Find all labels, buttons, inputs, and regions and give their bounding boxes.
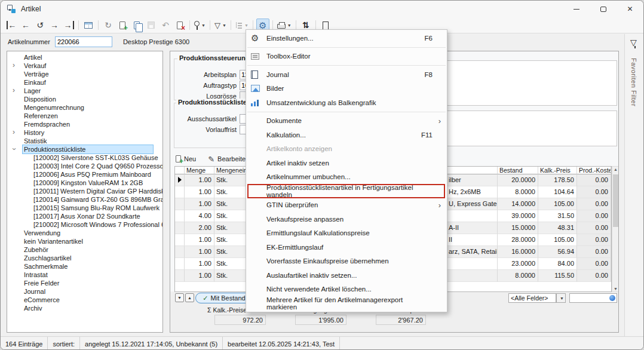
tree-item[interactable]: [120014] Gainward GTX-260 GS 896MB Grafi… <box>7 195 162 204</box>
context-menu-item[interactable]: Einstellungen... F6 › <box>246 31 447 45</box>
tree-item[interactable]: Disposition <box>7 95 162 103</box>
tree-item[interactable]: Sachmerkmale <box>7 262 162 271</box>
tree-item[interactable]: Verkauf <box>7 62 162 70</box>
artikelnummer-input[interactable] <box>55 36 112 47</box>
tree-expander-icon[interactable] <box>13 145 20 153</box>
tree-item[interactable]: Verträge <box>7 70 162 78</box>
context-menu-item[interactable]: › <box>247 65 446 66</box>
scroll-up-icon[interactable]: ▲ <box>612 167 619 171</box>
context-menu-item[interactable]: Toolbox-Editor › <box>246 50 447 64</box>
auftragstyp-label: Auftragstyp <box>174 82 240 89</box>
context-menu-item[interactable]: Kalkulation... F11 › <box>246 128 447 142</box>
tree-item[interactable]: Verwendung <box>7 229 162 237</box>
context-menu-item[interactable]: Journal F8 › <box>246 67 447 82</box>
context-menu-item[interactable]: Dokumente › <box>246 114 447 128</box>
context-menu-item[interactable]: Umsatzentwicklung als Balkengrafik › <box>246 96 447 110</box>
kalk-preis-cell: 84.00 <box>538 258 577 270</box>
grid-filter-field-combo[interactable]: <Alle Felder> <box>508 293 556 303</box>
context-menu-item[interactable]: Bilder › <box>246 82 447 96</box>
search-ball-icon[interactable] <box>609 295 615 301</box>
grid-search-input[interactable] <box>569 293 617 303</box>
context-menu-item[interactable]: Produktionsstücklistenartikel in Fertigu… <box>246 184 447 198</box>
tree-item[interactable]: [120017] Asus Xonar D2 Soundkarte <box>7 212 162 220</box>
bearbeiten-button[interactable]: ✎ Bearbeiten <box>206 155 251 164</box>
tree-item[interactable]: [120002] Silverstone SST-KL03S Gehäuse <box>7 153 162 162</box>
context-menu-item[interactable]: EK-Ermittlungslauf › <box>246 240 447 254</box>
context-menu-item[interactable]: Artikelkonto anzeigen › <box>246 142 447 156</box>
context-menu-item[interactable]: Ermittlungslauf Kalkulationspreise › <box>246 226 447 241</box>
tree-item[interactable]: [120009] Kingston ValueRAM 1x 2GB <box>7 179 162 187</box>
tree-item[interactable]: Fremdsprachen <box>7 120 162 128</box>
tree-item[interactable]: [120015] Samsung Blu-Ray ROM Laufwerk <box>7 204 162 212</box>
tree-item[interactable]: Archiv <box>7 304 162 312</box>
context-menu-item[interactable]: Vorerfasste Einkaufspreise übernehmen › <box>246 254 447 269</box>
tree-expander-icon[interactable] <box>13 87 20 94</box>
context-menu-item[interactable]: › <box>247 112 446 112</box>
tree-item[interactable]: Freie Felder <box>7 279 162 287</box>
context-menu-item[interactable]: Auslaufartikel inaktiv setzen... › <box>246 268 447 283</box>
tree-item[interactable]: Statistik <box>7 137 162 145</box>
toolbar-separator <box>315 20 316 30</box>
tree-item[interactable]: [120011] Western Digital Caviar GP Hardd… <box>7 187 162 195</box>
maximize-button[interactable] <box>590 1 617 17</box>
mengeneinheit-column-header[interactable]: Mengeneinheit <box>214 167 248 174</box>
kalk-preis-column-header[interactable]: Kalk.-Preis <box>538 167 577 174</box>
tree-expander-icon[interactable] <box>13 128 20 136</box>
copy-record-button[interactable] <box>130 19 143 32</box>
previous-record-button[interactable]: ← <box>19 19 32 32</box>
tree-item[interactable]: Artikel <box>7 53 162 62</box>
favoriten-filter-tab[interactable]: ▽ Favoriten Filter <box>624 34 644 336</box>
table-view-button[interactable] <box>82 19 95 32</box>
last-record-button[interactable]: → <box>62 19 75 32</box>
tree-item[interactable]: Zuschlagsartikel <box>7 254 162 262</box>
tree-item[interactable]: kein Variantenartikel <box>7 237 162 245</box>
menu-item-label: Verkaufspreise anpassen <box>266 216 344 223</box>
context-menu-item[interactable]: Verkaufspreise anpassen › <box>246 212 447 226</box>
move-down-button[interactable]: ▼ <box>175 293 184 302</box>
tree-expander-icon[interactable] <box>13 62 20 69</box>
grid-filter-dropdown-button[interactable]: ▼ <box>556 293 566 303</box>
filter-button[interactable]: ▽▼ <box>213 19 228 32</box>
mit-bestand-toggle[interactable]: ✓ Mit Bestand <box>195 293 253 303</box>
tree-item[interactable]: [210002] Microsoft Windows 7 Professiona… <box>7 220 162 229</box>
first-record-button[interactable]: ← <box>5 19 18 32</box>
history-button[interactable]: ↺ <box>33 19 47 32</box>
close-button[interactable]: ✕ <box>617 1 643 17</box>
tree-item[interactable]: Referenzen <box>7 112 162 120</box>
neu-button[interactable]: Neu <box>174 155 198 163</box>
prod-kosten-column-header[interactable]: Prod.-Kosten <box>577 167 611 174</box>
menge-cell: 1.00 <box>185 258 214 270</box>
refresh-button[interactable]: ↻ <box>102 19 115 32</box>
tree-item[interactable]: Produktionsstückliste <box>7 145 162 153</box>
tree-item[interactable]: Einkauf <box>7 78 162 87</box>
tree-item[interactable]: Journal <box>7 287 162 296</box>
tree-item[interactable]: eCommerce <box>7 296 162 304</box>
context-menu-item[interactable]: Artikelnummer umbuchen... › <box>246 170 447 185</box>
tree-item[interactable]: Intrastat <box>7 271 162 279</box>
move-up-button[interactable]: ▲ <box>185 293 194 302</box>
delete-record-button[interactable] <box>173 19 186 32</box>
context-menu-item[interactable]: Artikel inaktiv setzen › <box>246 156 447 170</box>
scroll-down-icon[interactable]: ▼ <box>612 287 619 291</box>
scrollbar-thumb[interactable] <box>613 174 618 227</box>
context-menu-item[interactable]: GTIN überprüfen › <box>246 198 447 213</box>
menge-column-header[interactable]: Menge <box>185 167 214 174</box>
table-scrollbar[interactable]: ▲ ▼ <box>612 166 619 292</box>
new-record-button[interactable] <box>116 19 129 32</box>
minimize-button[interactable] <box>563 1 590 17</box>
undo-button[interactable]: ↶ <box>159 19 172 32</box>
save-button[interactable] <box>145 19 158 32</box>
tree-item[interactable]: [120003] Intel Core 2 Quad Q9650 Prozess… <box>7 162 162 170</box>
pin-button[interactable]: ▼ <box>193 19 207 32</box>
next-record-button[interactable]: → <box>48 19 61 32</box>
context-menu-item[interactable]: Nicht verwendete Artikel löschen... › <box>246 283 447 297</box>
bestand-column-header[interactable]: Bestand <box>498 167 538 174</box>
menu-item-label: Toolbox-Editor <box>266 53 311 60</box>
tree-item[interactable]: Zubehör <box>7 245 162 254</box>
tree-item[interactable]: Mengenumrechnung <box>7 103 162 112</box>
context-menu-item[interactable]: Mehrere Artikel für den Artikelmanagerex… <box>246 296 447 311</box>
tree-item[interactable]: [120006] Asus P5Q Premium Mainboard <box>7 170 162 179</box>
tree-item[interactable]: History <box>7 128 162 137</box>
context-menu-item[interactable]: › <box>247 47 446 48</box>
tree-item[interactable]: Lager <box>7 87 162 95</box>
